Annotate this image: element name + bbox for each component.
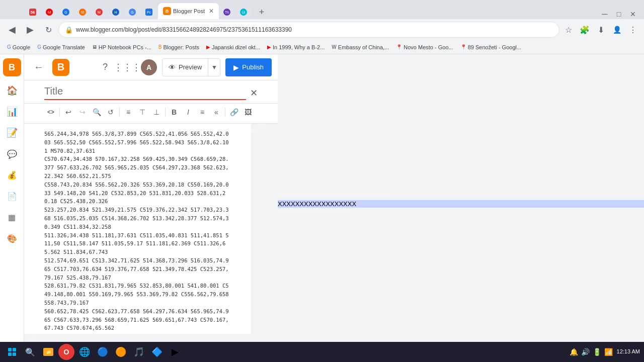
image-button[interactable]: 🖼 bbox=[242, 106, 255, 119]
bookmarks-bar: GGoogle GGoogle Translate 🖥HP Notebook P… bbox=[0, 40, 644, 54]
bookmark-button[interactable]: ☆ bbox=[561, 23, 576, 37]
close-window-button[interactable]: ✕ bbox=[628, 9, 638, 19]
minimize-button[interactable]: ─ bbox=[600, 9, 610, 19]
left-sidebar: B 🏠 📊 📝 💬 💰 📄 ▦ 🎨 ⚙ bbox=[0, 54, 24, 362]
back-button[interactable]: ◀ bbox=[4, 22, 20, 38]
taskbar: 🔍 📁 O 🌐 🔵 🟠 🎵 🔷 ▶ 🔔 🔊 🔋 📶 12:13 AM bbox=[0, 342, 644, 362]
replace-button[interactable]: ↺ bbox=[104, 106, 117, 119]
link-button[interactable]: 🔗 bbox=[227, 106, 240, 119]
align-center-button[interactable]: ⊤ bbox=[136, 106, 149, 119]
apps-button[interactable]: ⋮⋮⋮ bbox=[119, 59, 136, 76]
tab-item[interactable]: G bbox=[125, 5, 141, 19]
preview-button[interactable]: 👁 Preview bbox=[162, 58, 208, 76]
clear-title-icon[interactable]: ✕ bbox=[250, 87, 258, 99]
tab-item[interactable]: Ui bbox=[236, 5, 252, 19]
tab-bar: 56 M G St M H G Pc B Blogger Post ✕ Th bbox=[0, 0, 644, 19]
download-button[interactable]: ⬇ bbox=[594, 23, 608, 37]
taskbar-clock: 12:13 AM bbox=[617, 348, 640, 355]
undo-button[interactable]: ↩ bbox=[62, 106, 75, 119]
sidebar-icon-blogger[interactable]: B bbox=[3, 58, 21, 76]
address-bar[interactable]: 🔒 www.blogger.com/blog/post/edit/8331566… bbox=[58, 22, 559, 38]
browser-chrome: 56 M G St M H G Pc B Blogger Post ✕ Th bbox=[0, 0, 644, 54]
tab-item[interactable]: M bbox=[92, 5, 108, 19]
editor-header: ← B ? ⋮⋮⋮ A 👁 Preview ▼ ▶ Publish bbox=[24, 54, 278, 80]
forward-button[interactable]: ▶ bbox=[22, 22, 38, 38]
sidebar-icon-comments[interactable]: 💬 bbox=[3, 145, 21, 163]
sidebar-icon-home[interactable]: 🏠 bbox=[3, 81, 21, 100]
bookmark-novomesto[interactable]: 📍Novo Mesto - Goo... bbox=[393, 43, 456, 51]
align-right-button[interactable]: ⊥ bbox=[150, 106, 163, 119]
search-button[interactable]: 🔍 bbox=[90, 106, 103, 119]
sidebar-icon-stats[interactable]: 📊 bbox=[3, 103, 21, 121]
menu-button[interactable]: ⋮ bbox=[626, 23, 640, 37]
taskbar-start-button[interactable] bbox=[4, 344, 20, 360]
system-tray-icon-2: 🔊 bbox=[581, 348, 590, 356]
taskbar-icon-8[interactable]: 🔷 bbox=[149, 344, 165, 360]
title-input[interactable] bbox=[44, 85, 246, 100]
content-with-panel: 565.244,34,978 565.3/8,37.899 C565.522,4… bbox=[24, 124, 278, 334]
tab-item[interactable]: St bbox=[75, 5, 91, 19]
editor-main: ← B ? ⋮⋮⋮ A 👁 Preview ▼ ▶ Publish bbox=[24, 54, 278, 362]
bookmark-japanski[interactable]: ▶Japanski dizel okt... bbox=[203, 43, 263, 51]
active-tab-title: Blogger Post bbox=[173, 8, 205, 14]
bookmark-89[interactable]: 📍89 Senožeti - Googl... bbox=[457, 43, 524, 51]
bookmark-1999[interactable]: ▶In 1999, Why a B-2... bbox=[264, 43, 328, 51]
sidebar-icon-theme[interactable]: 🎨 bbox=[3, 229, 21, 247]
extension-button[interactable]: 🧩 bbox=[578, 23, 592, 37]
close-icon[interactable]: ✕ bbox=[209, 8, 214, 15]
url-text: www.blogger.com/blog/post/edit/833156624… bbox=[76, 26, 292, 33]
nav-bar: ◀ ▶ ↻ 🔒 www.blogger.com/blog/post/edit/8… bbox=[0, 19, 644, 40]
html-view-button[interactable]: <> bbox=[44, 107, 57, 118]
taskbar-system-icons: 🔔 🔊 🔋 📶 bbox=[570, 348, 613, 356]
preview-dropdown-button[interactable]: ▼ bbox=[208, 58, 220, 76]
tab-item[interactable]: 56 bbox=[25, 5, 41, 19]
profile-button[interactable]: 👤 bbox=[610, 23, 624, 37]
editor-content[interactable]: 565.244,34,978 565.3/8,37.899 C565.522,4… bbox=[24, 124, 251, 334]
italic-button[interactable]: I bbox=[182, 106, 195, 119]
blogger-logo: B bbox=[52, 59, 69, 76]
taskbar-explorer[interactable]: 📁 bbox=[40, 344, 56, 360]
taskbar-icon-7[interactable]: 🎵 bbox=[131, 344, 147, 360]
tab-item[interactable]: Th bbox=[219, 5, 235, 19]
taskbar-icon-6[interactable]: 🟠 bbox=[113, 344, 129, 360]
battery-icon: 🔋 bbox=[593, 348, 601, 356]
tab-item[interactable]: Pc bbox=[141, 5, 157, 19]
user-avatar[interactable]: A bbox=[141, 59, 157, 75]
align-left-button[interactable]: ≡ bbox=[122, 106, 135, 119]
new-tab-button[interactable]: + bbox=[255, 5, 269, 19]
tab-item[interactable]: M bbox=[42, 5, 58, 19]
bookmark-embassy[interactable]: WEmbassy of China,... bbox=[329, 43, 392, 51]
sidebar-icon-posts[interactable]: 📝 bbox=[3, 124, 21, 142]
reload-button[interactable]: ↻ bbox=[40, 22, 56, 38]
taskbar-icon-9[interactable]: ▶ bbox=[167, 344, 183, 360]
maximize-button[interactable]: □ bbox=[614, 9, 624, 19]
tab-item[interactable]: H bbox=[108, 5, 124, 19]
taskbar-search[interactable]: 🔍 bbox=[22, 344, 38, 360]
tab-item[interactable]: G bbox=[58, 5, 74, 19]
back-to-posts-button[interactable]: ← bbox=[30, 59, 47, 76]
help-button[interactable]: ? bbox=[97, 59, 114, 76]
bookmark-translate[interactable]: GGoogle Translate bbox=[34, 43, 88, 51]
system-tray-icon-1: 🔔 bbox=[570, 348, 578, 356]
bookmark-blogger[interactable]: BBlogger: Posts bbox=[155, 43, 202, 51]
taskbar-chrome[interactable]: 🌐 bbox=[76, 344, 93, 360]
tab-active[interactable]: B Blogger Post ✕ bbox=[158, 3, 219, 19]
title-section: ✕ bbox=[24, 80, 278, 104]
sidebar-icon-layout[interactable]: ▦ bbox=[3, 208, 21, 226]
taskbar-icon-5[interactable]: 🔵 bbox=[95, 344, 111, 360]
app-container: B 🏠 📊 📝 💬 💰 📄 ▦ 🎨 ⚙ ← B ? ⋮⋮⋮ A 👁 Previe… bbox=[0, 54, 644, 362]
lock-icon: 🔒 bbox=[65, 26, 73, 34]
sidebar-icon-earnings[interactable]: 💰 bbox=[3, 166, 21, 184]
bookmark-google[interactable]: GGoogle bbox=[4, 43, 33, 51]
sidebar-icon-pages[interactable]: 📄 bbox=[3, 187, 21, 205]
network-icon: 📶 bbox=[604, 348, 613, 356]
bookmark-hp[interactable]: 🖥HP Notebook PCs -... bbox=[89, 43, 154, 51]
redo-button[interactable]: ↪ bbox=[76, 106, 89, 119]
publish-button[interactable]: ▶ Publish bbox=[225, 58, 272, 76]
bold-button[interactable]: B bbox=[168, 106, 181, 119]
editor-toolbar: <> ↩ ↪ 🔍 ↺ ≡ ⊤ ⊥ B I ≡ « 🔗 🖼 ▭ ▾ bbox=[24, 104, 278, 124]
format-button[interactable]: ≡ bbox=[196, 106, 209, 119]
preview-button-group: 👁 Preview ▼ bbox=[162, 58, 220, 76]
taskbar-opera[interactable]: O bbox=[58, 344, 74, 360]
quote-button[interactable]: « bbox=[210, 106, 223, 119]
